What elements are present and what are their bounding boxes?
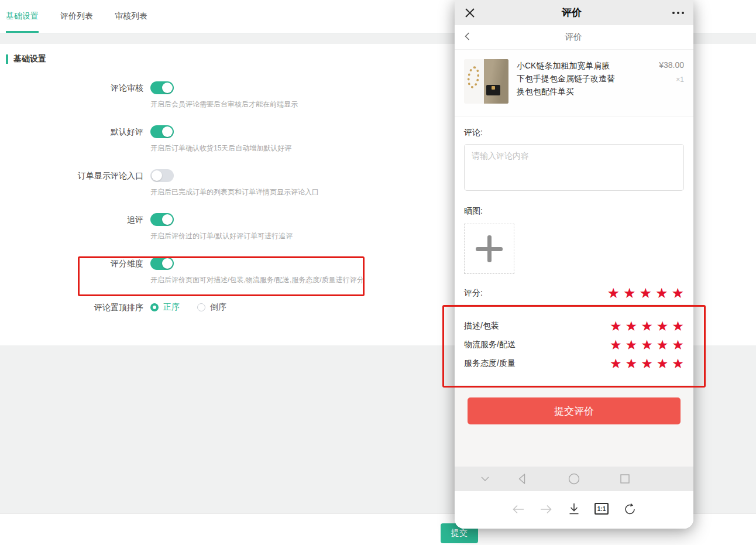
wechat-titlebar: 评价 xyxy=(455,0,693,25)
plus-icon xyxy=(476,235,503,262)
radio-descending[interactable] xyxy=(197,303,205,311)
setting-label: 评分维度 xyxy=(6,257,143,285)
setting-label: 评论审核 xyxy=(6,81,143,109)
photo-label: 晒图: xyxy=(464,206,684,217)
history-forward-icon[interactable] xyxy=(538,502,554,517)
tab-basic-settings[interactable]: 基础设置 xyxy=(6,0,39,33)
dimension-row-service: 服务态度/质量 ★★★★★ xyxy=(464,354,684,373)
setting-label: 评论置顶排序 xyxy=(6,301,143,313)
overall-score-row: 评分: ★★★★★ xyxy=(455,286,693,301)
refresh-icon[interactable] xyxy=(623,502,638,517)
actual-size-icon[interactable]: 1:1 xyxy=(595,502,610,517)
dimension-star-rating[interactable]: ★★★★★ xyxy=(610,338,688,352)
dimension-star-rating[interactable]: ★★★★★ xyxy=(610,320,688,333)
close-icon[interactable] xyxy=(464,7,476,19)
photo-upload-button[interactable] xyxy=(464,224,514,274)
toggle-knob xyxy=(162,258,173,269)
download-icon[interactable] xyxy=(566,502,582,517)
score-dimensions-section: 描述/包装 ★★★★★ 物流服务/配送 ★★★★★ 服务态度/质量 ★★★★★ xyxy=(455,304,693,385)
toggle-knob xyxy=(162,214,173,225)
setting-helper: 开启后会员评论需要后台审核后才能在前端显示 xyxy=(150,100,298,109)
app-navbar: 评价 xyxy=(455,25,693,50)
default-good-review-toggle[interactable] xyxy=(150,125,174,138)
wechat-page-title: 评价 xyxy=(476,6,668,19)
setting-helper: 开启后评价页面可对描述/包装,物流服务/配送,服务态度/质量进行评分 xyxy=(150,275,364,285)
comment-input[interactable] xyxy=(464,144,684,191)
radio-ascending-label[interactable]: 正序 xyxy=(163,302,180,313)
followup-review-toggle[interactable] xyxy=(150,213,174,226)
android-back-icon[interactable] xyxy=(516,472,530,486)
android-recents-icon[interactable] xyxy=(618,472,632,486)
dimension-label: 服务态度/质量 xyxy=(464,358,516,369)
toggle-knob xyxy=(162,83,173,93)
score-dimensions-toggle[interactable] xyxy=(150,257,174,270)
dimension-row-description: 描述/包装 ★★★★★ xyxy=(464,317,684,335)
product-title: 小CK链条加粗加宽单肩腋下包手提包金属链子改造替换包包配件单买 xyxy=(517,59,616,107)
hide-keyboard-icon[interactable] xyxy=(478,472,492,486)
android-navigation-bar xyxy=(455,467,693,491)
toggle-knob xyxy=(152,170,162,181)
comment-label: 评论: xyxy=(464,128,684,138)
submit-review-button[interactable]: 提交评价 xyxy=(468,397,681,424)
scale-label: 1:1 xyxy=(595,503,609,515)
radio-ascending[interactable] xyxy=(150,303,159,311)
phone-preview: 评价 评价 小CK链条加粗加宽单肩腋下包手提包金属链子改造替换包包配件单买 ¥3… xyxy=(455,0,693,529)
comment-review-toggle[interactable] xyxy=(150,81,174,94)
section-title: 基础设置 xyxy=(13,54,46,64)
dimension-label: 描述/包装 xyxy=(464,321,499,331)
radio-descending-label[interactable]: 倒序 xyxy=(210,302,226,313)
product-image xyxy=(464,59,508,104)
setting-label: 默认好评 xyxy=(6,125,143,153)
toggle-knob xyxy=(162,126,173,137)
preview-toolbar: 1:1 xyxy=(455,491,693,529)
product-card: 小CK链条加粗加宽单肩腋下包手提包金属链子改造替换包包配件单买 ¥38.00 ×… xyxy=(455,50,693,117)
tab-audit-list[interactable]: 审核列表 xyxy=(115,0,147,33)
dimension-star-rating[interactable]: ★★★★★ xyxy=(610,357,688,371)
setting-label: 订单显示评论入口 xyxy=(6,169,143,197)
setting-helper: 开启后订单确认收货15天后自动增加默认好评 xyxy=(150,143,291,153)
dimension-label: 物流服务/配送 xyxy=(464,340,516,350)
android-home-icon[interactable] xyxy=(567,472,581,486)
setting-helper: 开启后评价过的订单/默认好评订单可进行追评 xyxy=(150,231,293,241)
overall-star-rating[interactable]: ★★★★★ xyxy=(607,286,688,300)
back-icon[interactable] xyxy=(463,32,472,43)
section-accent-bar xyxy=(6,54,8,64)
order-comment-entry-toggle[interactable] xyxy=(150,169,174,182)
setting-helper: 开启后已完成订单的列表页和订单详情页显示评论入口 xyxy=(150,187,319,197)
app-page-title: 评价 xyxy=(472,32,675,43)
product-quantity: ×1 xyxy=(616,76,684,84)
phone-lower-background: 提交评价 xyxy=(455,385,693,469)
comment-section: 评论: xyxy=(455,117,693,193)
dimension-row-logistics: 物流服务/配送 ★★★★★ xyxy=(464,335,684,354)
setting-label: 追评 xyxy=(6,213,143,241)
tab-review-list[interactable]: 评价列表 xyxy=(60,0,93,33)
product-price: ¥38.00 xyxy=(616,60,684,70)
photo-section: 晒图: xyxy=(455,193,693,274)
score-label: 评分: xyxy=(464,288,483,299)
more-menu-icon[interactable] xyxy=(668,12,684,14)
history-back-icon[interactable] xyxy=(511,502,526,517)
